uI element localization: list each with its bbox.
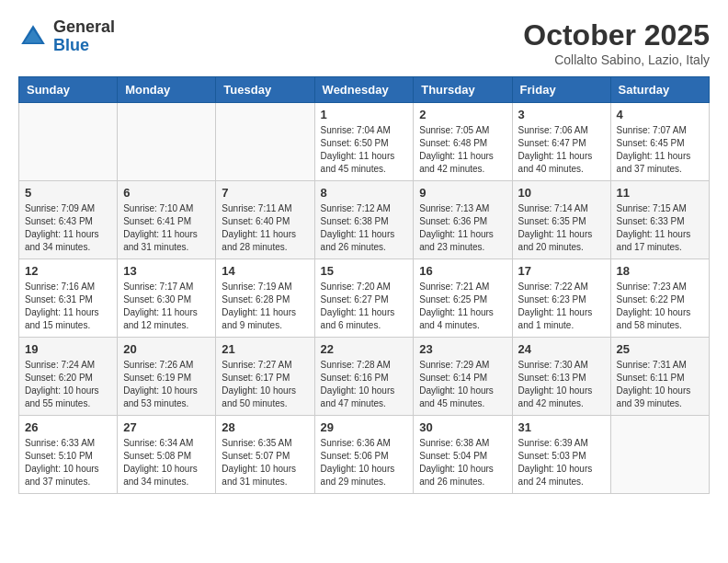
- column-header-wednesday: Wednesday: [314, 77, 414, 103]
- day-number: 7: [222, 186, 308, 200]
- day-info: Sunrise: 7:30 AM Sunset: 6:13 PM Dayligh…: [518, 359, 605, 410]
- location: Collalto Sabino, Lazio, Italy: [523, 52, 710, 67]
- day-number: 26: [25, 420, 111, 434]
- day-info: Sunrise: 7:13 AM Sunset: 6:36 PM Dayligh…: [419, 202, 506, 254]
- column-header-tuesday: Tuesday: [216, 77, 314, 103]
- day-info: Sunrise: 7:12 AM Sunset: 6:38 PM Dayligh…: [321, 202, 408, 254]
- calendar-cell: 29Sunrise: 6:36 AM Sunset: 5:06 PM Dayli…: [314, 416, 414, 494]
- calendar-week-2: 5Sunrise: 7:09 AM Sunset: 6:43 PM Daylig…: [19, 181, 710, 259]
- logo-icon: [18, 22, 48, 52]
- day-info: Sunrise: 7:16 AM Sunset: 6:31 PM Dayligh…: [25, 281, 111, 332]
- calendar-cell: 31Sunrise: 6:39 AM Sunset: 5:03 PM Dayli…: [512, 416, 610, 494]
- calendar-cell: 4Sunrise: 7:07 AM Sunset: 6:45 PM Daylig…: [610, 103, 709, 181]
- day-info: Sunrise: 7:19 AM Sunset: 6:28 PM Dayligh…: [222, 281, 308, 332]
- title-block: October 2025 Collalto Sabino, Lazio, Ita…: [523, 18, 710, 67]
- day-number: 24: [518, 342, 605, 356]
- day-number: 9: [419, 186, 506, 200]
- day-number: 19: [25, 342, 111, 356]
- calendar-cell: 26Sunrise: 6:33 AM Sunset: 5:10 PM Dayli…: [19, 416, 118, 494]
- column-header-saturday: Saturday: [610, 77, 709, 103]
- day-info: Sunrise: 7:27 AM Sunset: 6:17 PM Dayligh…: [222, 359, 308, 410]
- day-number: 23: [419, 342, 506, 356]
- column-header-thursday: Thursday: [414, 77, 512, 103]
- day-number: 1: [321, 108, 408, 121]
- calendar-week-3: 12Sunrise: 7:16 AM Sunset: 6:31 PM Dayli…: [19, 259, 710, 338]
- calendar-cell: 12Sunrise: 7:16 AM Sunset: 6:31 PM Dayli…: [19, 259, 118, 338]
- day-number: 12: [25, 264, 111, 278]
- day-info: Sunrise: 7:14 AM Sunset: 6:35 PM Dayligh…: [518, 202, 605, 254]
- calendar-cell: 24Sunrise: 7:30 AM Sunset: 6:13 PM Dayli…: [512, 338, 610, 416]
- day-info: Sunrise: 7:31 AM Sunset: 6:11 PM Dayligh…: [617, 359, 703, 410]
- calendar-cell: [19, 103, 118, 181]
- day-info: Sunrise: 7:10 AM Sunset: 6:41 PM Dayligh…: [123, 202, 210, 254]
- day-number: 22: [321, 342, 408, 356]
- day-number: 2: [419, 108, 506, 121]
- day-info: Sunrise: 6:39 AM Sunset: 5:03 PM Dayligh…: [518, 437, 605, 488]
- day-number: 31: [518, 420, 605, 434]
- day-info: Sunrise: 7:24 AM Sunset: 6:20 PM Dayligh…: [25, 359, 111, 410]
- day-number: 14: [222, 264, 308, 278]
- calendar-week-1: 1Sunrise: 7:04 AM Sunset: 6:50 PM Daylig…: [19, 103, 710, 181]
- day-number: 25: [617, 342, 703, 356]
- calendar-week-4: 19Sunrise: 7:24 AM Sunset: 6:20 PM Dayli…: [19, 338, 710, 416]
- calendar-cell: 30Sunrise: 6:38 AM Sunset: 5:04 PM Dayli…: [414, 416, 512, 494]
- calendar-cell: 17Sunrise: 7:22 AM Sunset: 6:23 PM Dayli…: [512, 259, 610, 338]
- calendar-cell: 18Sunrise: 7:23 AM Sunset: 6:22 PM Dayli…: [610, 259, 709, 338]
- day-number: 20: [123, 342, 210, 356]
- calendar-cell: 15Sunrise: 7:20 AM Sunset: 6:27 PM Dayli…: [314, 259, 414, 338]
- calendar-cell: 21Sunrise: 7:27 AM Sunset: 6:17 PM Dayli…: [216, 338, 314, 416]
- calendar-cell: 27Sunrise: 6:34 AM Sunset: 5:08 PM Dayli…: [118, 416, 216, 494]
- calendar-table: SundayMondayTuesdayWednesdayThursdayFrid…: [18, 76, 710, 494]
- logo-text: General Blue: [53, 18, 115, 55]
- day-info: Sunrise: 6:38 AM Sunset: 5:04 PM Dayligh…: [419, 437, 506, 488]
- day-number: 17: [518, 264, 605, 278]
- day-number: 8: [321, 186, 408, 200]
- day-number: 13: [123, 264, 210, 278]
- calendar-cell: 8Sunrise: 7:12 AM Sunset: 6:38 PM Daylig…: [314, 181, 414, 259]
- calendar-cell: 10Sunrise: 7:14 AM Sunset: 6:35 PM Dayli…: [512, 181, 610, 259]
- day-number: 18: [617, 264, 703, 278]
- calendar-cell: [216, 103, 314, 181]
- day-number: 6: [123, 186, 210, 200]
- column-header-friday: Friday: [512, 77, 610, 103]
- day-number: 3: [518, 108, 605, 121]
- calendar-cell: 28Sunrise: 6:35 AM Sunset: 5:07 PM Dayli…: [216, 416, 314, 494]
- calendar-header-row: SundayMondayTuesdayWednesdayThursdayFrid…: [19, 77, 710, 103]
- day-info: Sunrise: 6:36 AM Sunset: 5:06 PM Dayligh…: [321, 437, 408, 488]
- month-title: October 2025: [523, 18, 710, 52]
- calendar-cell: 6Sunrise: 7:10 AM Sunset: 6:41 PM Daylig…: [118, 181, 216, 259]
- day-number: 30: [419, 420, 506, 434]
- page-header: General Blue October 2025 Collalto Sabin…: [18, 18, 710, 67]
- day-info: Sunrise: 7:17 AM Sunset: 6:30 PM Dayligh…: [123, 281, 210, 332]
- day-number: 4: [617, 108, 703, 121]
- day-number: 16: [419, 264, 506, 278]
- day-info: Sunrise: 7:22 AM Sunset: 6:23 PM Dayligh…: [518, 281, 605, 332]
- calendar-week-5: 26Sunrise: 6:33 AM Sunset: 5:10 PM Dayli…: [19, 416, 710, 494]
- day-number: 5: [25, 186, 111, 200]
- day-info: Sunrise: 7:07 AM Sunset: 6:45 PM Dayligh…: [617, 124, 703, 176]
- day-info: Sunrise: 7:29 AM Sunset: 6:14 PM Dayligh…: [419, 359, 506, 410]
- day-info: Sunrise: 6:35 AM Sunset: 5:07 PM Dayligh…: [222, 437, 308, 488]
- day-number: 27: [123, 420, 210, 434]
- calendar-cell: 23Sunrise: 7:29 AM Sunset: 6:14 PM Dayli…: [414, 338, 512, 416]
- calendar-cell: 5Sunrise: 7:09 AM Sunset: 6:43 PM Daylig…: [19, 181, 118, 259]
- day-info: Sunrise: 7:05 AM Sunset: 6:48 PM Dayligh…: [419, 124, 506, 176]
- logo: General Blue: [18, 18, 115, 55]
- day-info: Sunrise: 7:15 AM Sunset: 6:33 PM Dayligh…: [617, 202, 703, 254]
- day-info: Sunrise: 7:11 AM Sunset: 6:40 PM Dayligh…: [222, 202, 308, 254]
- day-info: Sunrise: 7:23 AM Sunset: 6:22 PM Dayligh…: [617, 281, 703, 332]
- calendar-cell: 16Sunrise: 7:21 AM Sunset: 6:25 PM Dayli…: [414, 259, 512, 338]
- calendar-cell: 22Sunrise: 7:28 AM Sunset: 6:16 PM Dayli…: [314, 338, 414, 416]
- day-number: 28: [222, 420, 308, 434]
- day-info: Sunrise: 7:28 AM Sunset: 6:16 PM Dayligh…: [321, 359, 408, 410]
- calendar-cell: [118, 103, 216, 181]
- day-info: Sunrise: 7:26 AM Sunset: 6:19 PM Dayligh…: [123, 359, 210, 410]
- calendar-cell: [610, 416, 709, 494]
- day-info: Sunrise: 6:33 AM Sunset: 5:10 PM Dayligh…: [25, 437, 111, 488]
- day-number: 15: [321, 264, 408, 278]
- calendar-cell: 9Sunrise: 7:13 AM Sunset: 6:36 PM Daylig…: [414, 181, 512, 259]
- column-header-monday: Monday: [118, 77, 216, 103]
- calendar-cell: 25Sunrise: 7:31 AM Sunset: 6:11 PM Dayli…: [610, 338, 709, 416]
- day-info: Sunrise: 7:21 AM Sunset: 6:25 PM Dayligh…: [419, 281, 506, 332]
- day-info: Sunrise: 7:06 AM Sunset: 6:47 PM Dayligh…: [518, 124, 605, 176]
